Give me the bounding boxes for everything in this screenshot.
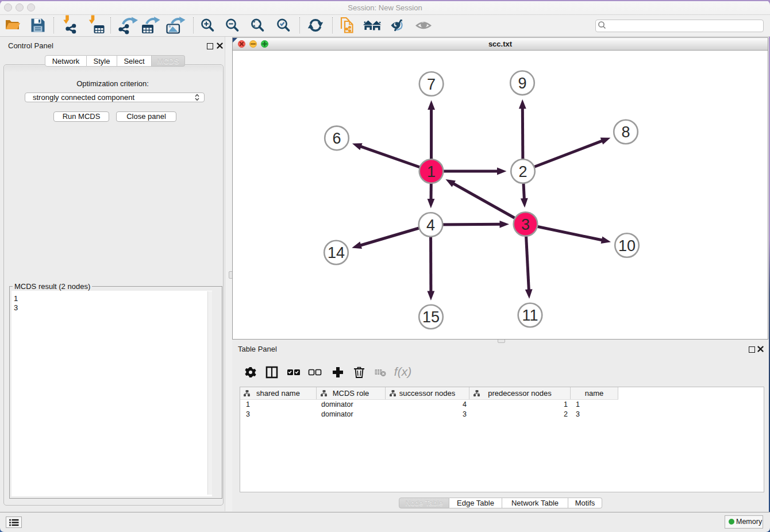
- svg-text:4: 4: [426, 217, 435, 234]
- svg-text:f(x): f(x): [394, 365, 411, 378]
- svg-text:14: 14: [328, 244, 345, 261]
- svg-text:1: 1: [427, 163, 436, 180]
- svg-text:9: 9: [518, 75, 526, 92]
- svg-text:2: 2: [518, 163, 527, 180]
- svg-text:10: 10: [618, 237, 636, 255]
- svg-text:11: 11: [522, 307, 538, 324]
- svg-text:15: 15: [422, 309, 440, 326]
- svg-text:6: 6: [332, 130, 341, 147]
- svg-text:3: 3: [521, 216, 530, 233]
- svg-text:7: 7: [427, 76, 436, 93]
- svg-text:8: 8: [621, 124, 630, 141]
